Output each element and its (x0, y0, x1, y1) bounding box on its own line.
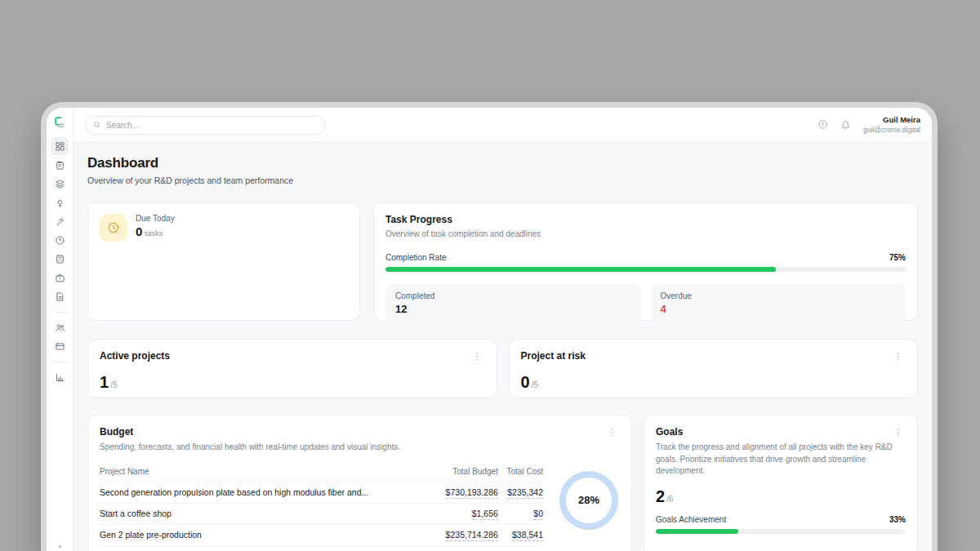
active-projects-card: Active projects ⋮ 1/5 (87, 339, 497, 398)
kebab-menu-icon[interactable]: ⋮ (890, 350, 906, 362)
goals-progress-fill (656, 529, 738, 534)
app-logo-icon (52, 115, 67, 130)
completed-value: 12 (395, 303, 631, 315)
col-total-budget: Total Budget (433, 464, 498, 482)
bar-chart-icon (55, 372, 65, 383)
clipboard-icon (55, 160, 65, 171)
active-projects-total: /5 (110, 380, 117, 389)
sidebar-item-calculator[interactable] (51, 250, 69, 268)
goals-total: /6 (666, 495, 673, 504)
active-projects-title: Active projects (100, 350, 170, 362)
due-today-card: Due Today 0tasks (87, 202, 360, 321)
search-box[interactable] (85, 116, 326, 135)
due-today-iconbox (100, 214, 127, 242)
sidebar-item-ideas[interactable] (51, 193, 69, 211)
sidebar-item-time[interactable] (51, 231, 69, 249)
total-cost-value[interactable]: $235,342 (507, 487, 543, 499)
sidebar-item-documents[interactable] (51, 287, 69, 305)
app-frame: V1.0 (47, 108, 932, 551)
due-today-value: 0 (136, 224, 142, 238)
sidebar-item-analytics[interactable] (51, 368, 69, 386)
task-progress-title: Task Progress (385, 214, 906, 225)
active-projects-value: 1 (100, 373, 109, 391)
bell-icon (840, 119, 851, 130)
col-total-cost: Total Cost (498, 464, 543, 482)
project-at-risk-card: Project at risk ⋮ 0/5 (509, 339, 919, 398)
status-dot (59, 545, 61, 548)
layers-icon (55, 179, 65, 189)
completion-rate-label: Completion Rate (385, 253, 446, 262)
clock-icon (107, 221, 120, 234)
sidebar-item-team[interactable] (51, 318, 69, 336)
table-row[interactable]: Start a coffee shop $1,656 $0 (100, 503, 543, 524)
overdue-label: Overdue (661, 291, 897, 300)
file-icon (55, 291, 65, 302)
completed-label: Completed (395, 291, 631, 300)
project-name: Start a coffee shop (100, 503, 433, 524)
page-subtitle: Overview of your R&D projects and team p… (87, 176, 918, 185)
lightbulb-icon (55, 198, 65, 208)
app-window: V1.0 (41, 102, 938, 551)
budget-donut-percent: 28% (578, 494, 599, 506)
budget-table: Project Name Total Budget Total Cost Sec… (100, 464, 543, 551)
clock-icon (55, 235, 65, 246)
notifications-bell-button[interactable] (840, 119, 851, 130)
budget-donut-chart: 28% (559, 471, 618, 530)
user-email: guil@creme.digital (863, 126, 920, 135)
project-at-risk-total: /5 (532, 380, 538, 389)
sidebar-item-tools[interactable] (51, 212, 69, 230)
goals-value: 2 (656, 487, 665, 505)
project-at-risk-value: 0 (521, 373, 530, 391)
table-row[interactable]: Second generation propulsion plate based… (100, 482, 543, 503)
project-at-risk-title: Project at risk (521, 350, 586, 362)
dashboard-content: Dashboard Overview of your R&D projects … (74, 143, 932, 551)
total-budget-value[interactable]: $1,656 (472, 509, 498, 520)
due-today-label: Due Today (136, 214, 175, 223)
user-menu[interactable]: Guil Meira guil@creme.digital (863, 115, 920, 134)
sidebar-item-dashboard[interactable] (51, 137, 69, 155)
kebab-menu-icon[interactable]: ⋮ (470, 350, 485, 362)
goals-achievement-value: 33% (889, 515, 906, 524)
total-cost-value[interactable]: $38,541 (512, 530, 543, 541)
completed-stat-box: Completed 12 (385, 284, 641, 322)
budget-table-header: Project Name Total Budget Total Cost (100, 464, 543, 482)
sidebar-item-layers[interactable] (51, 175, 69, 193)
goals-progress-bar (656, 529, 906, 534)
completion-rate-value: 75% (889, 253, 906, 262)
overdue-value: 4 (661, 303, 897, 315)
table-row[interactable]: Gen 2 plate pre-production $235,714.286 … (100, 524, 543, 545)
budget-title: Budget (100, 426, 133, 438)
search-icon (93, 121, 101, 129)
task-progress-card: Task Progress Overview of task completio… (373, 202, 918, 321)
kebab-menu-icon[interactable]: ⋮ (604, 426, 620, 438)
budget-subtitle: Spending, forecasts, and financial healt… (100, 442, 620, 454)
task-progress-subtitle: Overview of task completion and deadline… (385, 229, 906, 241)
goals-card: Goals ⋮ Track the progress and alignment… (644, 415, 918, 551)
search-input[interactable] (106, 121, 318, 130)
wrench-icon (55, 216, 65, 227)
page-title: Dashboard (87, 155, 918, 171)
credit-card-icon (55, 341, 65, 352)
topbar: Guil Meira guil@creme.digital (74, 108, 932, 143)
briefcase-icon (55, 273, 65, 283)
user-name: Guil Meira (863, 115, 920, 125)
completion-progress-bar (385, 267, 906, 272)
completion-progress-fill (385, 267, 776, 272)
table-row[interactable]: Creighton Beryllium mine project $0 $0 (100, 545, 543, 551)
history-clock-button[interactable] (817, 119, 828, 130)
goals-title: Goals (656, 426, 683, 438)
sidebar-item-billing[interactable] (51, 337, 69, 355)
sidebar-divider (53, 312, 67, 313)
goals-achievement-label: Goals Achievement (656, 515, 726, 524)
kebab-menu-icon[interactable]: ⋮ (890, 426, 906, 438)
calculator-icon (55, 254, 65, 264)
total-cost-value[interactable]: $0 (533, 509, 543, 520)
dashboard-grid-icon (55, 141, 65, 152)
clock-icon (817, 119, 828, 130)
total-budget-value[interactable]: $730,193.286 (446, 487, 498, 499)
sidebar-item-tasks[interactable] (51, 156, 69, 174)
project-name: Second generation propulsion plate based… (100, 482, 433, 503)
sidebar-item-portfolio[interactable] (51, 269, 69, 287)
col-project-name: Project Name (100, 464, 433, 482)
total-budget-value[interactable]: $235,714.286 (446, 530, 498, 541)
